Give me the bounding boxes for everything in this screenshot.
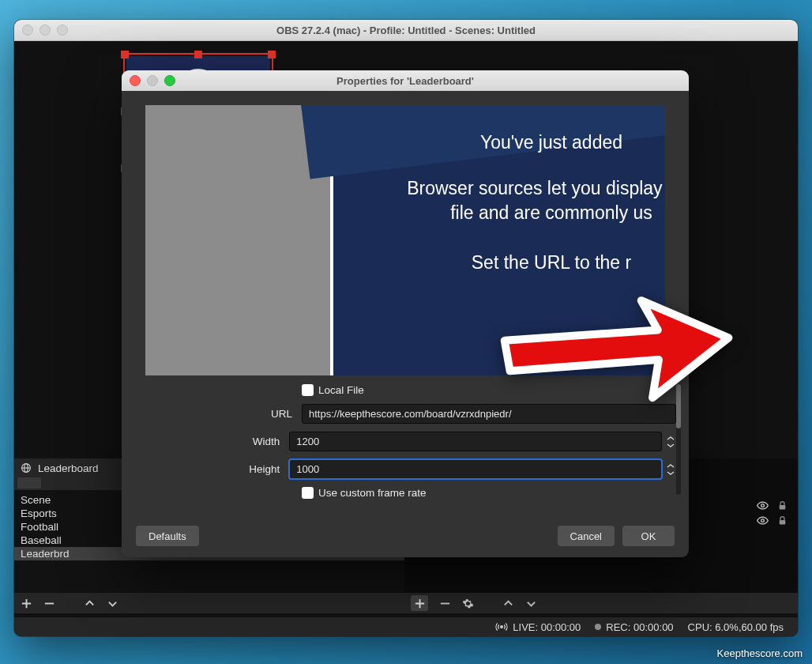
sources-header-label: Leaderboard: [38, 462, 99, 474]
local-file-checkbox[interactable]: [302, 384, 314, 396]
height-stepper[interactable]: [665, 459, 676, 479]
titlebar: OBS 27.2.4 (mac) - Profile: Untitled - S…: [14, 20, 798, 41]
svg-point-6: [501, 626, 503, 628]
url-input[interactable]: https://keepthescore.com/board/vzrxdnpie…: [302, 404, 676, 424]
eye-icon[interactable]: [757, 515, 769, 526]
url-row: URL https://keepthescore.com/board/vzrxd…: [190, 404, 676, 424]
width-input[interactable]: 1200: [289, 432, 662, 451]
height-input[interactable]: 1000: [289, 459, 662, 479]
dialog-title: Properties for 'Leaderboard': [122, 75, 689, 87]
lock-icon[interactable]: [776, 500, 788, 511]
lock-icon[interactable]: [776, 515, 788, 526]
add-source-button[interactable]: [411, 595, 428, 611]
plus-icon: [414, 598, 426, 609]
svg-rect-5: [780, 520, 786, 525]
custom-fps-label: Use custom frame rate: [318, 487, 427, 499]
minus-icon[interactable]: [439, 598, 451, 609]
svg-point-2: [761, 504, 765, 507]
width-row: Width 1200: [190, 432, 676, 451]
cancel-button[interactable]: Cancel: [558, 526, 615, 546]
gear-icon[interactable]: [462, 598, 474, 609]
status-bar: LIVE: 00:00:00 REC: 00:00:00 CPU: 6.0%,6…: [14, 617, 798, 636]
width-label: Width: [190, 436, 289, 447]
properties-form: Local File URL https://keepthescore.com/…: [190, 384, 676, 507]
eye-icon[interactable]: [757, 500, 769, 511]
chevron-up-icon: [667, 463, 675, 469]
custom-fps-row: Use custom frame rate: [190, 487, 676, 499]
url-label: URL: [190, 408, 302, 420]
chevron-up-icon: [667, 436, 675, 441]
resize-handle[interactable]: [121, 51, 129, 58]
status-rec: REC: 00:00:00: [606, 621, 673, 633]
status-live: LIVE: 00:00:00: [513, 621, 581, 633]
chevron-up-icon[interactable]: [84, 598, 96, 609]
width-stepper[interactable]: [665, 432, 676, 451]
source-preview: You've just added Browser sources let yo…: [145, 105, 665, 375]
chevron-down-icon: [667, 470, 675, 476]
preview-text: Set the URL to the r: [333, 252, 665, 274]
height-row: Height 1000: [190, 459, 676, 479]
broadcast-icon: [495, 621, 508, 633]
ok-button[interactable]: OK: [622, 526, 675, 546]
source-toolbar: [404, 593, 798, 613]
svg-point-4: [761, 519, 765, 523]
window-title: OBS 27.2.4 (mac) - Profile: Untitled - S…: [14, 25, 798, 36]
preview-text: You've just added: [333, 132, 665, 153]
record-dot-icon: [595, 624, 601, 630]
chevron-down-icon[interactable]: [525, 598, 537, 609]
resize-handle[interactable]: [194, 51, 202, 58]
form-scrollbar[interactable]: [676, 384, 681, 495]
chevron-down-icon[interactable]: [107, 598, 118, 609]
local-file-row: Local File: [190, 384, 676, 396]
resize-handle[interactable]: [268, 51, 276, 58]
properties-dialog: Properties for 'Leaderboard' You've just…: [122, 70, 689, 557]
preview-text: Browser sources let you display a w file…: [333, 176, 665, 225]
plus-icon[interactable]: [21, 598, 32, 609]
local-file-label: Local File: [318, 384, 364, 396]
globe-icon: [21, 462, 32, 473]
dialog-button-row: Defaults Cancel OK: [122, 526, 689, 546]
scene-toolbar: [14, 593, 411, 613]
dialog-titlebar: Properties for 'Leaderboard': [122, 70, 689, 91]
custom-fps-checkbox[interactable]: [302, 487, 314, 499]
svg-rect-3: [780, 505, 786, 510]
height-label: Height: [190, 463, 289, 475]
status-cpu: CPU: 6.0%,60.00 fps: [688, 621, 784, 633]
chevron-down-icon: [667, 443, 675, 448]
defaults-button[interactable]: Defaults: [136, 526, 199, 546]
chevron-up-icon[interactable]: [502, 598, 514, 609]
minus-icon[interactable]: [43, 598, 55, 609]
footer-credit: Keepthescore.com: [717, 647, 803, 659]
